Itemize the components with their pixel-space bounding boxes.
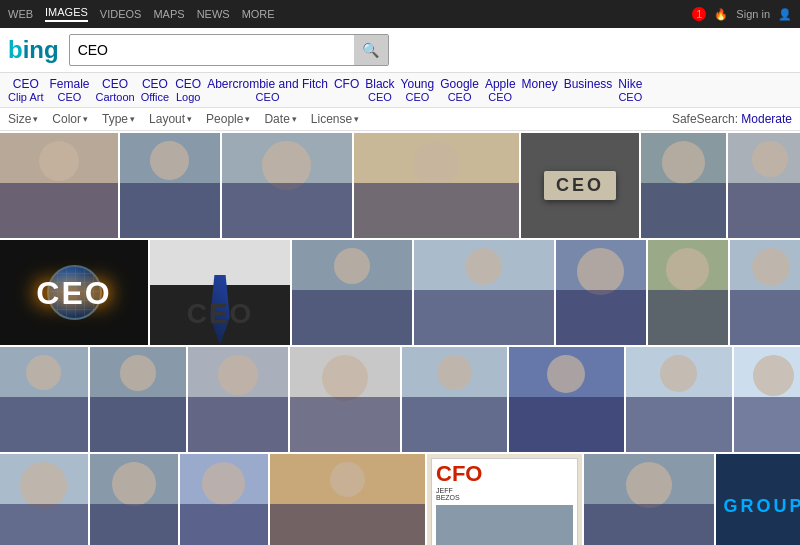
image-cell[interactable] — [730, 240, 800, 345]
filter-license[interactable]: License ▾ — [311, 112, 359, 126]
search-box: 🔍 — [69, 34, 389, 66]
image-cell[interactable] — [292, 240, 412, 345]
notification-badge: 1 — [692, 7, 706, 21]
searchbar: bing 🔍 — [0, 28, 800, 73]
image-cell[interactable] — [584, 454, 714, 545]
image-cell[interactable] — [402, 347, 507, 452]
image-cell[interactable] — [290, 347, 400, 452]
nav-web[interactable]: WEB — [8, 8, 33, 20]
related-item[interactable]: CEOLogo — [175, 77, 201, 103]
related-item[interactable]: NikeCEO — [618, 77, 642, 103]
image-cell[interactable] — [556, 240, 646, 345]
related-item[interactable]: AppleCEO — [485, 77, 516, 103]
related-item[interactable]: CEOCartoon — [95, 77, 134, 103]
image-cell[interactable] — [0, 454, 88, 545]
image-cell[interactable] — [648, 240, 728, 345]
image-cell[interactable] — [120, 133, 220, 238]
related-item[interactable]: Business — [564, 77, 613, 91]
related-searches: CEOClip ArtFemaleCEOCEOCartoonCEOOfficeC… — [0, 73, 800, 108]
filter-type[interactable]: Type ▾ — [102, 112, 135, 126]
image-cell[interactable] — [188, 347, 288, 452]
image-cell[interactable]: CEO — [0, 240, 148, 345]
image-cell[interactable] — [270, 454, 425, 545]
related-item[interactable]: FemaleCEO — [49, 77, 89, 103]
filter-row: Size ▾ Color ▾ Type ▾ Layout ▾ People ▾ … — [0, 108, 800, 131]
filter-date[interactable]: Date ▾ — [264, 112, 296, 126]
image-cell[interactable]: CEO — [521, 133, 639, 238]
nav-news[interactable]: NEWS — [197, 8, 230, 20]
fire-icon: 🔥 — [714, 8, 728, 21]
related-item[interactable]: CFO — [334, 77, 359, 91]
nav-images[interactable]: IMAGES — [45, 6, 88, 22]
image-cell[interactable] — [728, 133, 800, 238]
filter-size[interactable]: Size ▾ — [8, 112, 38, 126]
nav-maps[interactable]: MAPS — [153, 8, 184, 20]
filter-layout[interactable]: Layout ▾ — [149, 112, 192, 126]
image-cell[interactable] — [0, 347, 88, 452]
image-cell[interactable] — [90, 454, 178, 545]
image-row: CEO CEO — [0, 240, 800, 345]
nav-more[interactable]: MORE — [242, 8, 275, 20]
image-cell[interactable] — [734, 347, 800, 452]
image-cell[interactable] — [0, 133, 118, 238]
image-cell[interactable] — [222, 133, 352, 238]
related-item[interactable]: CEOClip Art — [8, 77, 43, 103]
image-cell[interactable] — [180, 454, 268, 545]
bing-logo: bing — [8, 36, 59, 64]
image-grid: CEO CEO CEOCFO JEFFBEZOS GROUP — [0, 131, 800, 545]
signin-link[interactable]: Sign in — [736, 8, 770, 20]
safesearch-label: SafeSearch: Moderate — [672, 112, 792, 126]
related-item[interactable]: CEOOffice — [141, 77, 170, 103]
topbar: WEB IMAGES VIDEOS MAPS NEWS MORE 1 🔥 Sig… — [0, 0, 800, 28]
image-row — [0, 347, 800, 452]
image-cell[interactable] — [90, 347, 186, 452]
user-icon[interactable]: 👤 — [778, 8, 792, 21]
search-button[interactable]: 🔍 — [354, 35, 388, 65]
image-row: CEO — [0, 133, 800, 238]
nav-videos[interactable]: VIDEOS — [100, 8, 142, 20]
image-cell[interactable]: CEO — [150, 240, 290, 345]
search-input[interactable] — [70, 37, 354, 63]
related-item[interactable]: GoogleCEO — [440, 77, 479, 103]
related-item[interactable]: Abercrombie and FitchCEO — [207, 77, 328, 103]
filter-color[interactable]: Color ▾ — [52, 112, 88, 126]
image-cell[interactable]: GROUP — [716, 454, 800, 545]
related-item[interactable]: YoungCEO — [401, 77, 435, 103]
image-cell[interactable] — [641, 133, 726, 238]
image-cell[interactable] — [414, 240, 554, 345]
image-cell[interactable]: CFO JEFFBEZOS — [427, 454, 582, 545]
safesearch-value[interactable]: Moderate — [741, 112, 792, 126]
related-item[interactable]: BlackCEO — [365, 77, 394, 103]
filter-people[interactable]: People ▾ — [206, 112, 250, 126]
image-row: CFO JEFFBEZOS GROUP — [0, 454, 800, 545]
related-item[interactable]: Money — [522, 77, 558, 91]
image-cell[interactable] — [354, 133, 519, 238]
image-cell[interactable] — [626, 347, 732, 452]
image-cell[interactable] — [509, 347, 624, 452]
topbar-right: 1 🔥 Sign in 👤 — [692, 7, 792, 21]
